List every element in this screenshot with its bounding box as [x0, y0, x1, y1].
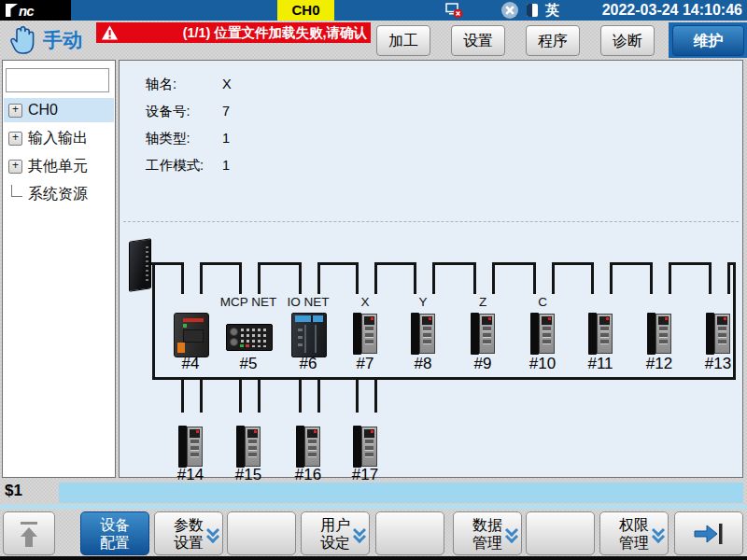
- sidebar-item-other-units[interactable]: +其他单元: [4, 154, 114, 178]
- expand-icon[interactable]: +: [8, 132, 22, 146]
- brand-logo-icon: [6, 4, 18, 17]
- expand-icon[interactable]: +: [8, 104, 22, 118]
- servo-display: [658, 316, 669, 325]
- softkey-user-settings[interactable]: 用户 设定: [301, 511, 370, 555]
- bus-wire: [733, 262, 736, 380]
- servo-slot: [190, 453, 199, 457]
- vfd-screen: [183, 329, 204, 343]
- bus-wire: [258, 262, 302, 265]
- servo-slot: [308, 446, 317, 451]
- softkey-data-management[interactable]: 数据 管理: [453, 511, 522, 555]
- sidebar-item-label: 其他单元: [28, 157, 88, 176]
- nav-tab-settings[interactable]: 设置: [451, 25, 505, 56]
- ionet-top-strip: [295, 315, 323, 322]
- device-id-label: #14: [177, 466, 204, 484]
- servo-front: [245, 427, 261, 467]
- alert-banner[interactable]: (1/1) 位置文件加载失败,请确认: [96, 22, 371, 43]
- sidebar-filter-box[interactable]: [6, 68, 109, 92]
- softkey-next-page[interactable]: [674, 511, 743, 555]
- bus-wire: [200, 262, 203, 294]
- servo-side: [353, 313, 361, 355]
- port-label: Y: [418, 295, 427, 309]
- language-indicator[interactable]: 英: [545, 0, 559, 21]
- brand-logo: nc: [0, 0, 71, 21]
- device-9: [471, 313, 495, 355]
- device-11: [588, 313, 613, 355]
- sidebar-item-system-resources[interactable]: 系统资源: [4, 182, 114, 206]
- servo-slot: [308, 440, 317, 444]
- servo-slot: [600, 340, 609, 344]
- device-4: [174, 313, 209, 357]
- ime-icon[interactable]: [527, 4, 538, 17]
- sidebar: +CH0+输入输出+其他单元系统资源: [2, 60, 116, 478]
- softkey-back-top[interactable]: [3, 511, 55, 555]
- info-value: 1: [222, 158, 230, 173]
- vfd-stripe: [183, 318, 204, 322]
- device-id-label: #15: [235, 466, 261, 484]
- bus-wire: [258, 377, 261, 413]
- bus-wire: [299, 377, 302, 413]
- device-id-label: #13: [705, 355, 731, 373]
- nav-tab-diagnosis[interactable]: 诊断: [600, 25, 655, 56]
- servo-display: [307, 429, 317, 438]
- device-id-label: #16: [295, 466, 321, 484]
- bus-wire: [650, 262, 653, 294]
- nav-tab-program[interactable]: 程序: [526, 25, 580, 56]
- device-id-label: #5: [240, 355, 258, 373]
- device-16: [296, 426, 320, 468]
- next-page-icon: [693, 520, 725, 548]
- servo-display: [599, 316, 610, 325]
- sidebar-item-label: 输入输出: [28, 129, 88, 148]
- port-label: MCP NET: [220, 295, 277, 309]
- servo-display: [422, 316, 432, 325]
- device-id-label: #11: [587, 355, 613, 373]
- servo-slot: [190, 440, 199, 444]
- softkey-empty-2[interactable]: [375, 511, 444, 555]
- bus-wire: [414, 262, 416, 294]
- info-row: 设备号:7: [146, 103, 230, 121]
- softkey-permission-management[interactable]: 权限 管理: [599, 511, 669, 555]
- ionet-line: [304, 325, 306, 353]
- bus-wire: [492, 262, 536, 265]
- servo-slot: [600, 333, 609, 338]
- sidebar-item-input-output[interactable]: +输入输出: [4, 126, 114, 150]
- nav-tab-maintenance[interactable]: 维护: [672, 25, 744, 56]
- port-label: C: [538, 295, 547, 309]
- sidebar-item-ch0[interactable]: +CH0: [4, 98, 114, 122]
- servo-front: [419, 314, 435, 354]
- servo-slot: [248, 440, 257, 444]
- device-id-label: #4: [182, 355, 200, 373]
- info-row: 轴名:X: [146, 76, 232, 94]
- softkey-empty-1[interactable]: [227, 511, 296, 555]
- softkey-device-config[interactable]: 设备 配置: [80, 511, 149, 555]
- expand-icon[interactable]: +: [8, 160, 22, 174]
- network-error-icon: [445, 3, 463, 19]
- servo-front: [714, 314, 730, 354]
- servo-slot: [365, 446, 374, 451]
- servo-side: [530, 313, 539, 355]
- servo-slot: [659, 327, 668, 331]
- device-8: [411, 313, 435, 355]
- servo-slot: [308, 453, 317, 457]
- info-value: 7: [222, 104, 230, 119]
- softkey-param-settings[interactable]: 参数 设置: [154, 511, 223, 555]
- close-icon[interactable]: [500, 1, 519, 20]
- softkey-empty-3[interactable]: [526, 511, 595, 555]
- command-input[interactable]: [59, 483, 743, 503]
- bus-wire: [432, 262, 476, 265]
- nav-tab-machining[interactable]: 加工: [376, 25, 430, 56]
- info-label: 轴类型:: [146, 130, 222, 147]
- servo-display: [364, 429, 374, 438]
- device-17: [353, 426, 377, 468]
- bus-wire: [258, 262, 261, 294]
- bus-wire: [356, 262, 359, 294]
- sidebar-item-label: CH0: [28, 102, 58, 119]
- vfd-led: [183, 324, 187, 328]
- bus-wire: [709, 262, 712, 294]
- bus-wire: [533, 262, 536, 294]
- bus-wire: [317, 262, 359, 265]
- info-value: X: [222, 77, 232, 91]
- bus-wire: [239, 377, 242, 413]
- servo-slot: [718, 340, 726, 344]
- bus-wire: [492, 262, 495, 294]
